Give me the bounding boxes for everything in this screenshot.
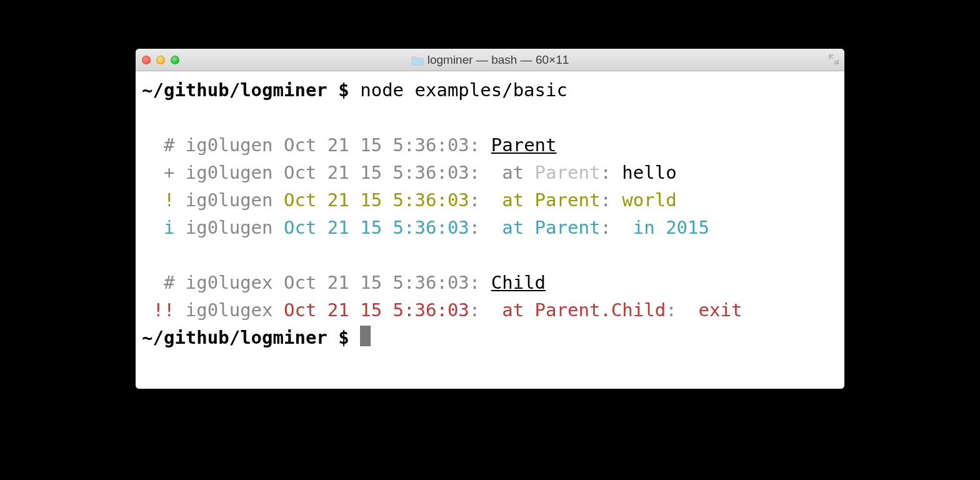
log-label-child: Child (491, 272, 546, 293)
folder-icon (411, 55, 424, 64)
log-line-4: i ig0lugen Oct 21 15 5:36:03: at Parent:… (142, 217, 709, 238)
terminal-body[interactable]: ~/github/logminer $ node examples/basic … (136, 71, 844, 389)
log-line-5: # ig0lugex Oct 21 15 5:36:03: Child (142, 272, 546, 293)
prompt-path: ~/github/logminer (142, 79, 328, 101)
window-title-text: logminer — bash — 60×11 (428, 53, 569, 67)
titlebar[interactable]: logminer — bash — 60×11 (136, 49, 844, 71)
log-label-parent: Parent (491, 134, 557, 156)
prompt-symbol: $ (338, 79, 349, 101)
minimize-icon[interactable] (156, 56, 165, 64)
terminal-window: logminer — bash — 60×11 ~/github/logmine… (136, 49, 844, 389)
prompt-line-2: ~/github/logminer $ (142, 327, 371, 348)
prompt-line-1: ~/github/logminer $ node examples/basic (142, 79, 568, 101)
window-title: logminer — bash — 60×11 (136, 53, 844, 67)
close-icon[interactable] (142, 56, 151, 64)
fullscreen-icon[interactable] (828, 54, 839, 65)
log-line-3: ! ig0lugen Oct 21 15 5:36:03: at Parent:… (142, 189, 677, 211)
log-line-2: + ig0lugen Oct 21 15 5:36:03: at Parent:… (142, 162, 677, 183)
log-line-1: # ig0lugen Oct 21 15 5:36:03: Parent (142, 134, 557, 156)
command-text: node examples/basic (360, 79, 568, 101)
log-line-6: !! ig0lugex Oct 21 15 5:36:03: at Parent… (142, 299, 742, 321)
prompt-path: ~/github/logminer (142, 327, 328, 348)
cursor (360, 326, 371, 346)
traffic-lights (142, 56, 179, 64)
prompt-symbol: $ (338, 327, 349, 348)
zoom-icon[interactable] (171, 56, 179, 64)
